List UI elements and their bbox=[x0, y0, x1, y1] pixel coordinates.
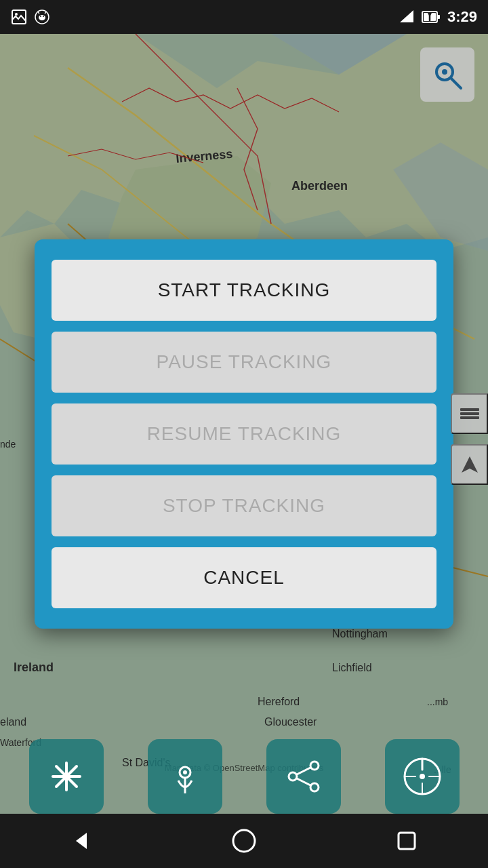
home-icon bbox=[230, 827, 258, 854]
gallery-icon bbox=[11, 9, 27, 25]
navigation-side-button[interactable] bbox=[451, 444, 488, 485]
svg-marker-41 bbox=[462, 456, 478, 473]
svg-point-5 bbox=[43, 16, 44, 17]
recents-button[interactable] bbox=[393, 827, 420, 854]
status-bar-left bbox=[11, 9, 50, 25]
svg-marker-59 bbox=[76, 833, 87, 849]
tracking-dialog: START TRACKING PAUSE TRACKING RESUME TRA… bbox=[35, 239, 453, 629]
svg-rect-10 bbox=[437, 15, 440, 19]
layers-button[interactable] bbox=[451, 393, 488, 434]
back-button[interactable] bbox=[68, 827, 95, 854]
resume-tracking-button[interactable]: RESUME TRACKING bbox=[52, 403, 436, 465]
recents-icon bbox=[393, 827, 420, 854]
svg-line-37 bbox=[451, 78, 461, 88]
svg-rect-38 bbox=[460, 408, 479, 411]
dialog-overlay: START TRACKING PAUSE TRACKING RESUME TRA… bbox=[0, 34, 488, 834]
status-time: 3:29 bbox=[447, 8, 477, 26]
nav-bar bbox=[0, 814, 488, 868]
home-button[interactable] bbox=[230, 827, 258, 854]
svg-rect-40 bbox=[460, 416, 479, 419]
layers-icon bbox=[459, 403, 481, 425]
battery-icon bbox=[422, 9, 441, 25]
svg-point-60 bbox=[233, 830, 255, 852]
android-icon bbox=[34, 9, 50, 25]
svg-point-1 bbox=[15, 13, 18, 16]
navigation-icon bbox=[459, 454, 481, 475]
svg-rect-61 bbox=[399, 833, 415, 849]
pause-tracking-button[interactable]: PAUSE TRACKING bbox=[52, 332, 436, 393]
status-bar: 3:29 bbox=[0, 0, 488, 34]
stop-tracking-button[interactable]: STOP TRACKING bbox=[52, 475, 436, 536]
signal-icon bbox=[399, 9, 415, 25]
back-icon bbox=[68, 827, 95, 854]
svg-marker-8 bbox=[400, 10, 413, 22]
search-button[interactable] bbox=[420, 47, 474, 102]
svg-point-3 bbox=[39, 15, 45, 20]
svg-rect-39 bbox=[460, 412, 479, 415]
svg-line-7 bbox=[45, 12, 46, 14]
svg-point-4 bbox=[40, 16, 41, 17]
start-tracking-button[interactable]: START TRACKING bbox=[52, 260, 436, 321]
svg-line-6 bbox=[38, 12, 39, 14]
cancel-button[interactable]: CANCEL bbox=[52, 547, 436, 608]
svg-point-36 bbox=[442, 69, 447, 75]
status-bar-right: 3:29 bbox=[399, 8, 477, 26]
search-icon bbox=[431, 58, 464, 91]
